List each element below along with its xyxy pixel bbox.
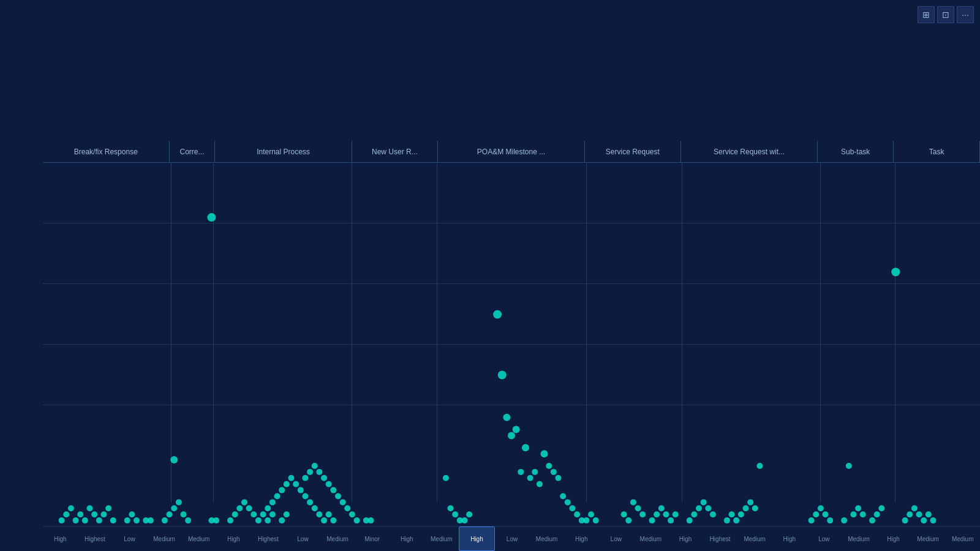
dot xyxy=(330,517,336,523)
dot xyxy=(696,505,702,511)
x-tick-7: Low xyxy=(285,527,320,551)
dot xyxy=(321,517,327,523)
dot xyxy=(207,213,216,222)
dot xyxy=(349,511,355,517)
dot xyxy=(546,463,552,469)
dot xyxy=(274,493,281,500)
dot xyxy=(185,517,191,523)
x-axis-row: HighHighestLowMediumMediumHighHighestLow… xyxy=(43,527,980,551)
dot xyxy=(326,511,332,517)
dot xyxy=(532,469,538,475)
dot xyxy=(522,444,529,451)
x-tick-24: High xyxy=(876,527,911,551)
x-tick-6: Highest xyxy=(251,527,286,551)
dot xyxy=(110,517,116,523)
dot xyxy=(654,511,660,517)
dot xyxy=(508,432,515,440)
col-header-0: Break/fix Response xyxy=(43,141,170,162)
dot xyxy=(340,499,346,505)
dot xyxy=(658,505,665,511)
dot xyxy=(551,469,557,475)
more-button[interactable]: ··· xyxy=(957,6,974,23)
x-tick-23: Medium xyxy=(842,527,876,551)
x-tick-22: Low xyxy=(807,527,842,551)
dot xyxy=(124,517,130,523)
dot xyxy=(170,456,178,463)
dot xyxy=(891,268,900,276)
dot xyxy=(59,517,65,523)
dot xyxy=(823,511,829,517)
dot xyxy=(705,505,711,511)
x-tick-17: Medium xyxy=(633,527,668,551)
dot xyxy=(574,511,580,517)
dot xyxy=(100,511,107,517)
dot xyxy=(541,450,548,457)
plot-area: 02030405060 HighHighestLowMediumMediumHi… xyxy=(43,163,980,551)
dot xyxy=(279,517,285,523)
dot xyxy=(738,511,744,517)
dot xyxy=(87,505,93,511)
x-tick-0: High xyxy=(43,527,78,551)
dot xyxy=(747,499,753,505)
dot xyxy=(809,517,815,523)
dot xyxy=(368,517,374,523)
dot xyxy=(841,517,847,523)
dot xyxy=(860,511,866,517)
dot xyxy=(493,310,502,319)
x-tick-10: High xyxy=(390,527,424,551)
dot xyxy=(668,517,674,523)
x-tick-5: High xyxy=(216,527,251,551)
dot xyxy=(827,517,833,523)
x-tick-11: Medium xyxy=(424,527,459,551)
x-tick-20: Medium xyxy=(737,527,772,551)
x-tick-1: Highest xyxy=(78,527,113,551)
dot xyxy=(673,511,679,517)
dot xyxy=(588,511,594,517)
dot xyxy=(503,414,510,421)
dot xyxy=(907,511,913,517)
dot xyxy=(930,517,937,523)
dot xyxy=(448,505,454,511)
x-tick-14: Medium xyxy=(529,527,564,551)
col-header-3: New User R... xyxy=(352,141,439,162)
dot xyxy=(335,493,341,500)
dot xyxy=(232,511,238,517)
dot xyxy=(105,505,111,511)
dot xyxy=(621,511,627,517)
dot xyxy=(73,517,79,523)
col-header-5: Service Request xyxy=(585,141,681,162)
dot xyxy=(270,511,276,517)
dot xyxy=(246,505,252,511)
dot xyxy=(756,463,763,469)
dot xyxy=(687,517,693,523)
x-tick-12[interactable]: High xyxy=(459,527,495,551)
expand-button[interactable]: ⊡ xyxy=(937,6,954,23)
dot xyxy=(307,469,313,475)
x-tick-21: High xyxy=(772,527,807,551)
dot xyxy=(82,517,88,523)
filter-button[interactable]: ⊞ xyxy=(918,6,935,23)
dot xyxy=(452,511,458,517)
dot xyxy=(902,517,908,523)
dot xyxy=(77,511,83,517)
dot xyxy=(527,475,533,481)
dot xyxy=(176,499,182,505)
col-header-1: Corre... xyxy=(170,141,216,162)
dot xyxy=(635,505,641,511)
dot xyxy=(298,487,304,493)
dot xyxy=(729,511,735,517)
col-header-2: Internal Process xyxy=(215,141,352,162)
dot xyxy=(260,511,266,517)
dot xyxy=(316,469,322,475)
chart-inner: Break/fix ResponseCorre...Internal Proce… xyxy=(24,141,980,551)
dot xyxy=(498,371,507,380)
col-header-8: Task xyxy=(894,141,980,162)
dot xyxy=(537,481,543,487)
dot xyxy=(916,511,922,517)
x-tick-19: Highest xyxy=(703,527,737,551)
dot xyxy=(91,511,97,517)
dot xyxy=(181,511,187,517)
dot xyxy=(167,511,173,517)
dot xyxy=(593,517,599,523)
dot xyxy=(569,505,575,511)
